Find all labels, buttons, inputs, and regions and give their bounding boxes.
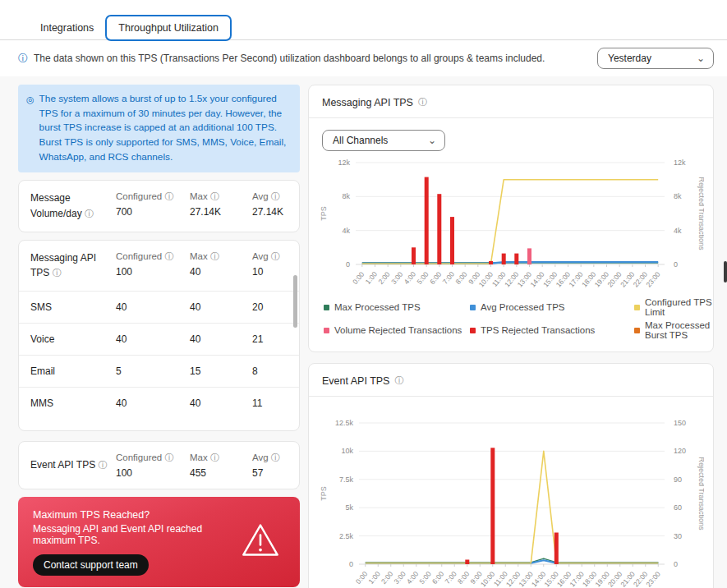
chevron-down-icon: ⌄ [697, 55, 705, 62]
max-tps-alert: Maximum TPS Reached? Messaging API and E… [18, 497, 300, 587]
svg-text:1:00: 1:00 [364, 270, 379, 286]
info-icon[interactable]: ⓘ [99, 460, 108, 470]
legend-swatch-icon [324, 328, 329, 333]
warning-icon [241, 521, 280, 558]
contact-support-button[interactable]: Contact support team [33, 554, 149, 576]
legend-item: Configured TPS Limit [634, 297, 713, 317]
channel-row-sms: SMS 40 40 20 [19, 291, 299, 323]
svg-text:8:00: 8:00 [456, 570, 471, 586]
configured-stat: Configured ⓘ 100 [116, 250, 185, 281]
banner-text: The data shown on this TPS (Transactions… [34, 53, 591, 64]
info-icon[interactable]: ⓘ [210, 191, 219, 201]
svg-text:0: 0 [674, 260, 678, 269]
svg-text:3:00: 3:00 [392, 570, 407, 586]
avg-stat: Avg ⓘ 27.14K [252, 191, 288, 221]
info-icon[interactable]: ⓘ [164, 191, 173, 201]
svg-text:8k: 8k [674, 192, 682, 200]
svg-text:12k: 12k [674, 158, 686, 167]
throughput-dashboard: Integrations Throughput Utilization ⓘ Th… [0, 0, 727, 588]
svg-text:TPS: TPS [320, 206, 328, 221]
svg-text:Rejected Transactions: Rejected Transactions [697, 457, 704, 531]
scrollbar-thumb[interactable] [293, 275, 297, 328]
info-icon: ◎ [26, 93, 35, 164]
event-api-label: Event API TPS ⓘ [30, 457, 111, 473]
messaging-api-label: Messaging API TPS ⓘ [30, 250, 111, 281]
svg-text:90: 90 [674, 475, 682, 484]
legend-item: TPS Rejected Transactions [470, 320, 634, 340]
svg-text:5k: 5k [345, 503, 353, 512]
messaging-chart-title: Messaging API TPS ⓘ [309, 85, 713, 117]
svg-text:2:00: 2:00 [380, 570, 394, 586]
svg-text:2.5k: 2.5k [339, 532, 354, 540]
svg-text:10k: 10k [341, 447, 353, 455]
svg-text:4k: 4k [674, 227, 682, 235]
info-icon[interactable]: ⓘ [394, 374, 403, 387]
avg-stat: Avg ⓘ 10 [252, 250, 288, 281]
svg-text:0: 0 [346, 260, 350, 269]
svg-text:0: 0 [349, 560, 353, 568]
messaging-api-card: Messaging API TPS ⓘ Configured ⓘ 100 Max… [18, 240, 300, 431]
configured-value: 100 [116, 467, 185, 479]
alert-title: Maximum TPS Reached? [33, 509, 232, 521]
tab-throughput-utilization[interactable]: Throughput Utilization [105, 15, 232, 41]
svg-text:23:00: 23:00 [644, 570, 662, 588]
info-icon[interactable]: ⓘ [53, 268, 62, 278]
svg-text:120: 120 [674, 447, 686, 455]
info-icon[interactable]: ⓘ [418, 96, 427, 108]
svg-text:1:00: 1:00 [366, 570, 381, 586]
info-icon[interactable]: ⓘ [164, 251, 173, 261]
legend-swatch-icon [470, 328, 476, 333]
svg-text:30: 30 [674, 532, 682, 540]
info-icon[interactable]: ⓘ [18, 52, 28, 66]
avg-value: 10 [252, 266, 288, 278]
svg-text:23:00: 23:00 [644, 270, 662, 289]
legend-swatch-icon [324, 305, 329, 310]
messaging-chart-card: Messaging API TPS ⓘ All Channels ⌄ 004k4… [308, 85, 714, 352]
legend-swatch-icon [634, 328, 640, 333]
max-stat: Max ⓘ 27.14K [190, 191, 247, 221]
channel-select-value: All Channels [333, 135, 388, 146]
legend-item: Avg Processed TPS [470, 297, 634, 317]
info-icon[interactable]: ⓘ [210, 251, 219, 261]
svg-text:6:00: 6:00 [428, 270, 443, 286]
svg-text:4:00: 4:00 [405, 570, 420, 586]
date-range-value: Yesterday [608, 53, 651, 64]
svg-text:0: 0 [674, 560, 678, 568]
avg-value: 57 [252, 467, 288, 479]
date-range-select[interactable]: Yesterday ⌄ [597, 48, 714, 69]
svg-text:5:00: 5:00 [417, 570, 432, 586]
svg-text:5:00: 5:00 [415, 270, 430, 286]
channel-row-voice: Voice 40 40 21 [19, 323, 299, 355]
tab-bar: Integrations Throughput Utilization [0, 15, 727, 40]
info-icon[interactable]: ⓘ [271, 452, 280, 462]
messaging-chart-legend: Max Processed TPSAvg Processed TPSConfig… [324, 297, 713, 340]
info-icon[interactable]: ⓘ [164, 452, 173, 462]
svg-text:4:00: 4:00 [403, 270, 417, 286]
page-header: Integrations Throughput Utilization [0, 0, 727, 40]
scrollbar-thumb[interactable] [724, 261, 727, 283]
divider [309, 117, 713, 118]
svg-text:12.5k: 12.5k [335, 419, 354, 427]
svg-text:6:00: 6:00 [430, 570, 445, 586]
tab-integrations[interactable]: Integrations [29, 16, 105, 39]
configured-stat: Configured ⓘ 700 [116, 191, 185, 221]
legend-item: Max Processed TPS [324, 297, 470, 317]
info-icon[interactable]: ⓘ [271, 251, 280, 261]
messaging-tps-chart: 004k4k8k8k12k12k0:001:002:003:004:005:00… [318, 154, 704, 296]
svg-text:0:00: 0:00 [354, 570, 369, 586]
max-value: 455 [190, 467, 247, 479]
message-volume-card: Message Volume/day ⓘ Configured ⓘ 700 Ma… [18, 180, 300, 232]
channel-select[interactable]: All Channels ⌄ [322, 130, 445, 151]
max-stat: Max ⓘ 455 [190, 452, 247, 479]
svg-text:60: 60 [674, 503, 682, 512]
event-chart-title: Event API TPS ⓘ [309, 364, 713, 396]
svg-text:7:00: 7:00 [441, 270, 456, 286]
max-stat: Max ⓘ 40 [190, 250, 247, 281]
info-icon[interactable]: ⓘ [271, 191, 280, 201]
configured-value: 700 [116, 206, 185, 218]
info-icon[interactable]: ⓘ [210, 452, 219, 462]
main-content: ◎ The system allows a burst of up to 1.5… [0, 76, 727, 588]
info-icon[interactable]: ⓘ [85, 209, 94, 218]
burst-note: ◎ The system allows a burst of up to 1.5… [18, 85, 300, 172]
alert-message: Messaging API and Event API reached maxi… [33, 523, 232, 546]
